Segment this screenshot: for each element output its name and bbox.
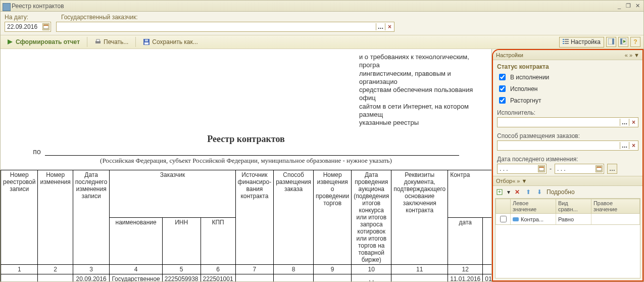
restore-button[interactable]: ❐	[624, 3, 632, 10]
svg-rect-17	[620, 38, 622, 44]
svg-rect-10	[563, 43, 564, 44]
status-in-progress-checkbox[interactable]: В исполнении	[493, 71, 642, 83]
separator	[87, 37, 87, 47]
panel-toggle-2-button[interactable]	[618, 37, 628, 47]
minimize-button[interactable]: _	[615, 3, 623, 10]
registry-table: Номер реестровой записи Номер изменения …	[1, 170, 492, 281]
filter-toolbar: + ▾ ✕ ⬆ ⬇ Подробно	[493, 186, 642, 198]
col-6-header: Способ размещения заказа	[274, 170, 314, 265]
svg-rect-1	[43, 25, 48, 26]
filter-left-value[interactable]: Контра...	[513, 216, 543, 222]
method-input[interactable]: … ×	[497, 140, 638, 151]
filter-empty-area	[495, 225, 640, 278]
date-to-input[interactable]: . . .	[555, 164, 604, 174]
date-label: На дату:	[5, 14, 51, 21]
help-button[interactable]: ?	[630, 37, 640, 47]
svg-rect-12	[565, 41, 569, 42]
status-terminated-checkbox[interactable]: Расторгнут	[493, 95, 642, 106]
calendar-icon[interactable]	[538, 165, 545, 172]
main-window: Реестр контрактов _ ❐ ✕ На дату: Государ…	[0, 0, 644, 282]
up-button[interactable]: ⬆	[524, 188, 532, 196]
col-4b-header: ИНН	[162, 217, 201, 265]
settings-panel: Настройки « » ▼ Статус контракта В испол…	[492, 49, 643, 281]
lastchange-label: Дата последнего изменения:	[493, 153, 642, 164]
customer-lookup-button[interactable]: …	[376, 23, 385, 30]
body: и о требованиях к технологическим, прогр…	[1, 49, 643, 281]
report-subject-row: по	[1, 148, 491, 156]
underline	[45, 149, 459, 156]
print-button[interactable]: Печать...	[91, 37, 131, 46]
col-right[interactable]: Правое значение	[591, 199, 639, 214]
svg-rect-4	[96, 39, 100, 41]
collapse-button[interactable]: « » ▼	[512, 178, 527, 184]
svg-rect-15	[612, 38, 614, 44]
panel-icon	[608, 38, 614, 46]
toolbar-right: Настройка ?	[559, 37, 640, 48]
filter-inputs: 22.09.2016 … ×	[1, 22, 643, 35]
customer-label: Государственный заказчик:	[61, 14, 138, 21]
add-filter-button[interactable]: +	[496, 188, 504, 196]
down-button[interactable]: ⬇	[535, 188, 543, 196]
report-description: и о требованиях к технологическим, прогр…	[359, 53, 491, 127]
window-title: Реестр контрактов	[3, 3, 614, 10]
customer-input[interactable]: … ×	[56, 22, 394, 32]
col-left[interactable]: Левое значение	[511, 199, 556, 214]
filter-table: Левое значение Вид сравн... Правое значе…	[495, 198, 640, 225]
separator	[135, 37, 136, 47]
printer-icon	[94, 38, 102, 45]
col-4c-header: КПП	[201, 217, 235, 265]
filter-labels: На дату: Государственный заказчик:	[1, 12, 643, 22]
col-comparison[interactable]: Вид сравн...	[556, 199, 591, 214]
svg-rect-20	[539, 167, 544, 168]
date-from-input[interactable]: . . .	[497, 164, 547, 174]
report-subnote: (Российская Федерация, субъект Российско…	[1, 157, 491, 165]
col-8-header: Дата проведения аукциона (подведения ито…	[352, 170, 391, 265]
settings-button[interactable]: Настройка	[559, 37, 604, 48]
lookup-button[interactable]: …	[620, 119, 629, 126]
clear-button[interactable]: ×	[629, 119, 638, 126]
col-5-header: Источник финансиро-вания контракта	[235, 170, 274, 265]
table-row: 20.09.2016 Государственное учреждение 22…	[1, 274, 492, 281]
col-7-header: Номер извещения о проведении торгов	[314, 170, 352, 265]
filter-row[interactable]: Контра... Равно	[496, 214, 640, 225]
filter-row-checkbox[interactable]	[500, 216, 507, 222]
report-area[interactable]: и о требованиях к технологическим, прогр…	[1, 49, 492, 281]
titlebar: Реестр контрактов _ ❐ ✕	[1, 1, 643, 12]
close-button[interactable]: ✕	[633, 3, 641, 10]
play-icon	[7, 38, 14, 45]
clear-button[interactable]: ×	[629, 142, 638, 149]
more-link[interactable]: Подробно	[547, 189, 575, 196]
col-4a-header: наименование	[110, 217, 162, 265]
save-as-button[interactable]: Сохранить как...	[140, 37, 201, 46]
collapse-button[interactable]: « » ▼	[625, 52, 639, 58]
svg-rect-7	[145, 39, 148, 41]
col-2-header: Номер изменения	[38, 170, 73, 265]
col-1-header: Номер реестровой записи	[1, 170, 38, 265]
toolbar: Сформировать отчет Печать... Сохранить к…	[1, 35, 643, 49]
executor-label: Исполнитель:	[493, 106, 642, 117]
date-range: . . . - . . . …	[497, 164, 638, 174]
date-extra-button[interactable]: …	[607, 164, 617, 174]
settings-header: Настройки « » ▼	[493, 50, 642, 60]
col-4-header: Заказчик	[110, 170, 235, 218]
col-10a-header: дата	[448, 217, 483, 265]
date-input[interactable]: 22.09.2016	[5, 22, 51, 32]
svg-rect-11	[565, 39, 569, 40]
svg-marker-18	[623, 40, 626, 43]
svg-text:+: +	[498, 189, 501, 195]
svg-rect-9	[563, 41, 564, 42]
customer-clear-button[interactable]: ×	[385, 23, 394, 30]
panel-toggle-1-button[interactable]	[606, 37, 616, 47]
lookup-button[interactable]: …	[620, 142, 629, 149]
col-10-header: Контра	[448, 170, 492, 218]
field-icon	[513, 217, 519, 221]
calendar-icon[interactable]	[42, 23, 49, 30]
status-done-checkbox[interactable]: Исполнен	[493, 83, 642, 95]
executor-input[interactable]: … ×	[497, 117, 638, 127]
calendar-icon[interactable]	[596, 165, 603, 172]
list-icon	[563, 38, 569, 46]
delete-filter-button[interactable]: ✕	[513, 188, 521, 196]
svg-marker-2	[8, 39, 13, 44]
report-title: Реестр контрактов	[1, 134, 491, 145]
generate-report-button[interactable]: Сформировать отчет	[4, 37, 83, 46]
